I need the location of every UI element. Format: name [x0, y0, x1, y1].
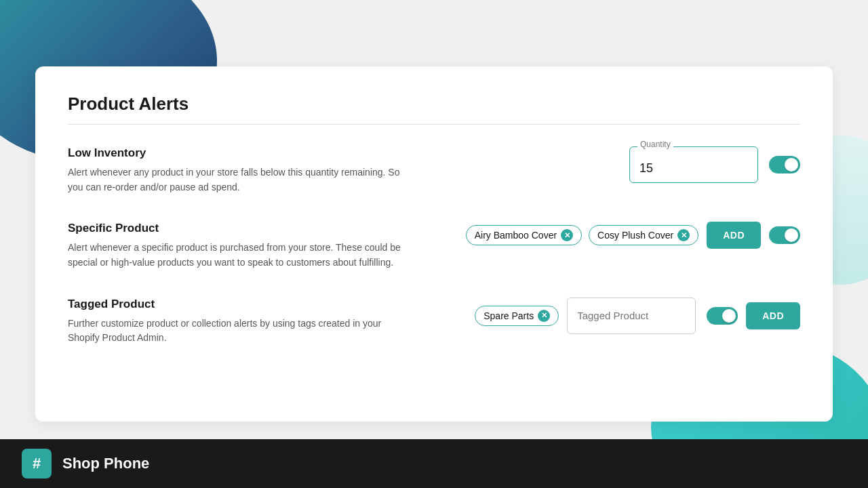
tag-spare-parts-label: Spare Parts [484, 310, 534, 321]
quantity-input[interactable] [629, 146, 758, 183]
tagged-product-add-button[interactable]: ADD [746, 302, 800, 329]
quantity-wrapper: Quantity [629, 146, 758, 183]
tagged-product-tags: Spare Parts ✕ [475, 306, 559, 326]
tagged-input-row [567, 298, 738, 334]
low-inventory-text: Low Inventory Alert whenever any product… [68, 146, 420, 195]
specific-product-add-button[interactable]: ADD [707, 222, 761, 249]
tagged-product-controls: Spare Parts ✕ ADD [475, 298, 800, 334]
tag-spare-parts-remove[interactable]: ✕ [538, 310, 550, 322]
specific-product-title: Specific Product [68, 222, 420, 235]
tagged-product-toggle[interactable] [707, 307, 738, 325]
specific-product-text: Specific Product Alert whenever a specif… [68, 222, 420, 270]
tagged-product-title: Tagged Product [68, 298, 420, 311]
specific-product-tags: Airy Bamboo Cover ✕ Cosy Plush Cover ✕ [466, 225, 698, 245]
toggle-thumb [785, 158, 798, 171]
tag-bamboo-cover: Airy Bamboo Cover ✕ [466, 225, 582, 245]
tag-cosy-cover: Cosy Plush Cover ✕ [589, 225, 698, 245]
specific-product-section: Specific Product Alert whenever a specif… [68, 222, 800, 270]
tag-cosy-label: Cosy Plush Cover [597, 230, 673, 241]
brand-name: Shop Phone [62, 455, 149, 472]
tag-spare-parts: Spare Parts ✕ [475, 306, 559, 326]
page-title: Product Alerts [68, 94, 800, 115]
tagged-product-input[interactable] [567, 298, 696, 334]
bottom-bar: # Shop Phone [0, 439, 868, 488]
tag-cosy-remove[interactable]: ✕ [677, 229, 690, 241]
low-inventory-controls: Quantity [420, 146, 800, 183]
tag-bamboo-label: Airy Bamboo Cover [475, 230, 557, 241]
tagged-product-section: Tagged Product Further customize product… [68, 298, 800, 346]
tagged-product-desc: Further customize product or collection … [68, 317, 407, 346]
specific-product-toggle[interactable] [769, 226, 800, 244]
tagged-product-text: Tagged Product Further customize product… [68, 298, 420, 346]
specific-product-desc: Alert whenever a specific product is pur… [68, 241, 407, 270]
low-inventory-toggle[interactable] [769, 156, 800, 174]
tag-bamboo-remove[interactable]: ✕ [561, 229, 573, 241]
main-card: Product Alerts Low Inventory Alert whene… [35, 66, 833, 422]
low-inventory-title: Low Inventory [68, 146, 420, 160]
low-inventory-desc: Alert whenever any product in your store… [68, 165, 407, 195]
title-divider [68, 124, 800, 125]
toggle-thumb [722, 309, 736, 323]
low-inventory-section: Low Inventory Alert whenever any product… [68, 146, 800, 195]
logo-icon: # [22, 449, 52, 479]
quantity-label: Quantity [637, 140, 673, 149]
specific-product-controls: Airy Bamboo Cover ✕ Cosy Plush Cover ✕ A… [466, 222, 800, 249]
